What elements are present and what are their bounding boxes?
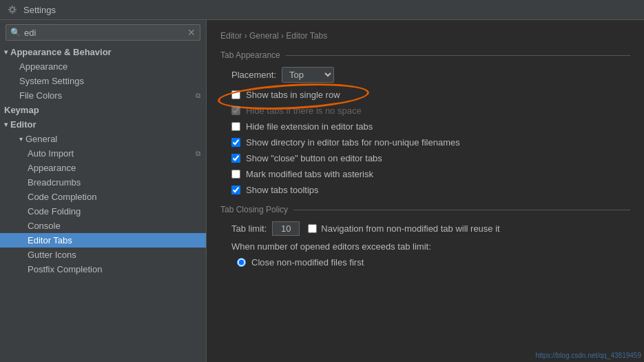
watermark: https://blog.csdn.net/qq_43819459 <box>536 352 641 359</box>
nav-reuse-label[interactable]: Navigation from non-modified tab will re… <box>321 223 499 234</box>
sidebar-item-label: Auto Import <box>28 148 74 159</box>
sidebar-item-label: Breadcrumbs <box>28 177 81 188</box>
hide-file-extension-checkbox[interactable] <box>231 122 240 131</box>
sidebar-item-label: Keymap <box>4 105 39 115</box>
show-close-button-row: Show "close" button on editor tabs <box>220 153 630 163</box>
tab-limit-label: Tab limit: <box>231 223 267 234</box>
placement-row: Placement: Top Bottom Left Right None <box>220 67 630 83</box>
sidebar-item-postfix-completion[interactable]: Postfix Completion <box>0 262 206 276</box>
mark-modified-tabs-checkbox[interactable] <box>231 170 240 179</box>
sidebar-item-breadcrumbs[interactable]: Breadcrumbs <box>0 175 206 190</box>
sidebar-item-label: Console <box>28 221 61 231</box>
content-area: Editor › General › Editor Tabs Tab Appea… <box>207 20 644 362</box>
nav-reuse-checkbox[interactable] <box>308 224 317 233</box>
tab-limit-row: Tab limit: Navigation from non-modified … <box>220 221 630 236</box>
expand-icon: ▾ <box>4 48 8 56</box>
sidebar-item-label: Code Folding <box>28 206 81 217</box>
sidebar-item-label: Gutter Icons <box>28 250 76 260</box>
sidebar-item-console[interactable]: Console <box>0 219 206 233</box>
expand-icon: ▾ <box>4 121 8 128</box>
sidebar-item-code-completion[interactable]: Code Completion <box>0 190 206 204</box>
show-directory-label[interactable]: Show directory in editor tabs for non-un… <box>246 137 460 148</box>
sidebar-item-label: Appearance <box>28 163 76 173</box>
copy-icon: ⧉ <box>196 150 200 158</box>
hide-tabs-no-space-row: Hide tabs if there is no space <box>220 105 630 116</box>
sidebar-item-label: Code Completion <box>28 192 96 202</box>
sidebar-item-auto-import[interactable]: Auto Import ⧉ <box>0 146 206 161</box>
copy-icon: ⧉ <box>196 92 200 100</box>
sidebar-item-appearance-sub[interactable]: Appearance <box>0 161 206 175</box>
show-tabs-single-row-checkbox[interactable] <box>231 90 240 99</box>
sidebar-item-system-settings[interactable]: System Settings <box>0 74 206 88</box>
sidebar-item-label: Appearance <box>19 61 67 72</box>
show-tabs-tooltips-row: Show tabs tooltips <box>220 185 630 195</box>
sidebar-item-label: Editor Tabs <box>28 235 72 245</box>
sidebar-item-keymap[interactable]: Keymap <box>0 103 206 117</box>
hide-tabs-no-space-checkbox[interactable] <box>231 106 240 115</box>
main-layout: 🔍 ✕ ▾ Appearance & Behavior Appearance S… <box>0 20 644 362</box>
mark-modified-tabs-label[interactable]: Mark modified tabs with asterisk <box>246 169 373 179</box>
show-close-button-checkbox[interactable] <box>231 154 240 163</box>
show-directory-checkbox[interactable] <box>231 138 240 147</box>
expand-icon: ▾ <box>19 135 23 143</box>
sidebar-item-gutter-icons[interactable]: Gutter Icons <box>0 248 206 262</box>
show-close-button-label[interactable]: Show "close" button on editor tabs <box>246 153 382 163</box>
when-exceeds-label: When number of opened editors exceeds ta… <box>220 241 630 252</box>
placement-select[interactable]: Top Bottom Left Right None <box>282 67 334 83</box>
svg-point-0 <box>10 8 14 12</box>
sidebar-item-general[interactable]: ▾ General <box>0 132 206 146</box>
hide-tabs-no-space-label: Hide tabs if there is no space <box>246 105 362 116</box>
search-box[interactable]: 🔍 ✕ <box>6 24 200 41</box>
sidebar-item-label: Editor <box>10 119 37 130</box>
close-non-modified-radio[interactable] <box>237 258 246 267</box>
hide-file-extension-label[interactable]: Hide file extension in editor tabs <box>246 121 373 132</box>
tab-appearance-section-label: Tab Appearance <box>220 50 630 60</box>
sidebar-item-code-folding[interactable]: Code Folding <box>0 204 206 219</box>
title-bar: Settings <box>0 0 644 20</box>
mark-modified-tabs-row: Mark modified tabs with asterisk <box>220 169 630 179</box>
close-non-modified-label[interactable]: Close non-modified files first <box>251 257 364 268</box>
placement-label: Placement: <box>231 70 276 80</box>
settings-app-icon <box>7 4 18 15</box>
show-tabs-single-row-row: Show tabs in single row <box>220 90 630 100</box>
breadcrumb: Editor › General › Editor Tabs <box>220 31 630 41</box>
show-tabs-tooltips-checkbox[interactable] <box>231 185 240 194</box>
tab-closing-policy-section-label: Tab Closing Policy <box>220 205 630 214</box>
sidebar-item-label: Postfix Completion <box>28 264 102 274</box>
sidebar-tree: ▾ Appearance & Behavior Appearance Syste… <box>0 45 206 362</box>
sidebar-item-appearance[interactable]: Appearance <box>0 59 206 74</box>
sidebar-item-file-colors[interactable]: File Colors ⧉ <box>0 88 206 103</box>
sidebar-item-appearance-behavior[interactable]: ▾ Appearance & Behavior <box>0 45 206 59</box>
sidebar-item-label: System Settings <box>19 76 84 86</box>
show-directory-row: Show directory in editor tabs for non-un… <box>220 137 630 148</box>
sidebar: 🔍 ✕ ▾ Appearance & Behavior Appearance S… <box>0 20 207 362</box>
sidebar-item-label: General <box>25 134 57 144</box>
show-tabs-tooltips-label[interactable]: Show tabs tooltips <box>246 185 319 195</box>
sidebar-item-label: File Colors <box>19 90 62 101</box>
hide-file-extension-row: Hide file extension in editor tabs <box>220 121 630 132</box>
sidebar-item-label: Appearance & Behavior <box>10 47 112 57</box>
search-input[interactable] <box>24 28 187 38</box>
close-non-modified-row: Close non-modified files first <box>220 257 630 268</box>
window-title: Settings <box>23 5 56 15</box>
tab-limit-input[interactable] <box>272 221 300 236</box>
sidebar-item-editor-tabs[interactable]: Editor Tabs <box>0 233 206 248</box>
show-tabs-single-row-label[interactable]: Show tabs in single row <box>246 90 340 100</box>
search-clear-icon[interactable]: ✕ <box>187 27 196 38</box>
sidebar-item-editor[interactable]: ▾ Editor <box>0 117 206 132</box>
search-icon: 🔍 <box>10 28 21 37</box>
